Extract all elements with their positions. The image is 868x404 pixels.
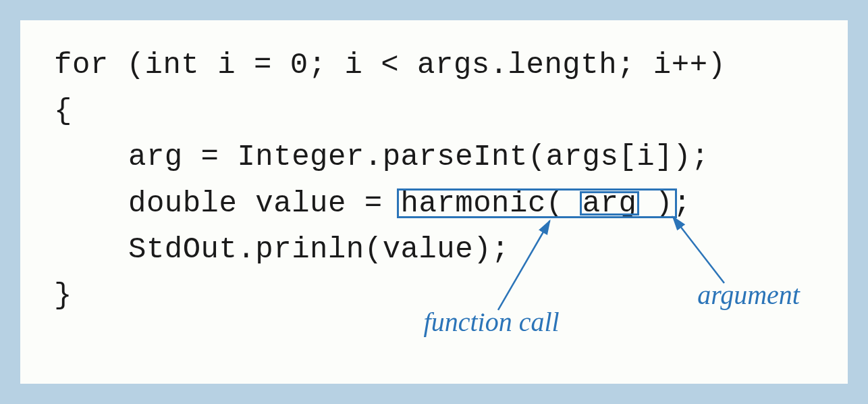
line4-prefix: double value = [128, 186, 401, 220]
code-line-1: for (int i = 0; i < args.length; i++) [54, 42, 814, 88]
arg-space-after [636, 186, 655, 220]
code-line-2: { [54, 88, 814, 134]
function-arg: arg [582, 186, 637, 220]
argument-label: argument [697, 279, 800, 311]
function-call-open: harmonic( [401, 186, 564, 220]
arg-space-before [564, 186, 582, 220]
code-line-4: double value = harmonic( arg ); [54, 180, 814, 226]
function-call-label: function call [424, 306, 560, 338]
code-panel: for (int i = 0; i < args.length; i++) { … [20, 20, 848, 384]
line4-semicolon: ; [673, 186, 691, 220]
code-line-3: arg = Integer.parseInt(args[i]); [54, 134, 814, 180]
function-call-close: ) [655, 186, 673, 220]
code-line-5: StdOut.prinln(value); [54, 226, 814, 272]
frame-border: for (int i = 0; i < args.length; i++) { … [0, 0, 868, 404]
